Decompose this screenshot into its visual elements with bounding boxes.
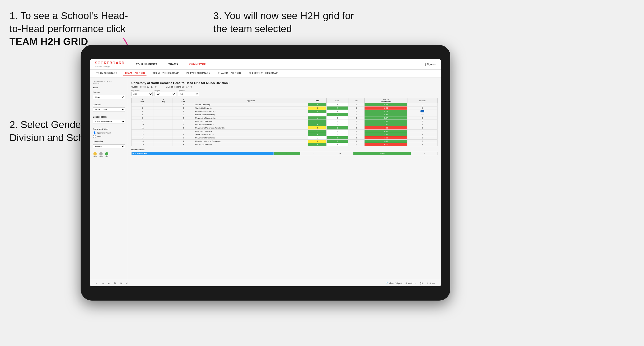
- comment-btn[interactable]: 💬: [419, 282, 424, 285]
- subnav-player-summary[interactable]: PLAYER SUMMARY: [185, 71, 212, 76]
- cell-reg: [154, 136, 173, 140]
- cell-reg: [154, 103, 173, 107]
- opponents-select[interactable]: (All): [131, 92, 153, 96]
- back-btn[interactable]: ↩: [107, 282, 111, 285]
- region-select[interactable]: (All): [154, 92, 176, 96]
- subnav-player-h2h-grid[interactable]: PLAYER H2H GRID: [216, 71, 242, 76]
- opponent-filter: Opponent (All): [178, 90, 199, 96]
- cell-loss: 2: [326, 136, 348, 140]
- share-btn[interactable]: ⬆ Share: [426, 282, 436, 285]
- cell-win: 3: [308, 143, 326, 146]
- legend-down-label: Down: [93, 156, 97, 158]
- sidebar: Last Updated: 27/03/2024 16:55:38 Team G…: [90, 78, 128, 280]
- cell-diff: 9.00: [364, 120, 408, 123]
- cell-rounds: 9: [408, 133, 438, 136]
- subnav-player-h2h-heatmap[interactable]: PLAYER H2H HEATMAP: [247, 71, 279, 76]
- cell-diff: -1.00: [364, 136, 408, 140]
- subnav-team-h2h-heatmap[interactable]: TEAM H2H HEATMAP: [151, 71, 180, 76]
- redo-btn[interactable]: ↪: [101, 282, 105, 285]
- cell-conf: 2: [173, 107, 194, 110]
- table-row: 14 2 University of Oklahoma 1 2 0 -1.00 …: [132, 136, 438, 140]
- cell-win: 1: [308, 130, 326, 133]
- subnav-team-h2h-grid[interactable]: TEAM H2H GRID: [123, 71, 146, 76]
- cell-opponent: University of Washington: [194, 116, 308, 120]
- step3-annotation: 3. You will now see H2H grid for the tea…: [213, 9, 356, 35]
- cell-reg: [154, 126, 173, 130]
- cell-loss: 0: [326, 120, 348, 123]
- nav-committee[interactable]: COMMITTEE: [187, 62, 208, 67]
- clock-btn[interactable]: ⏱: [125, 282, 129, 285]
- copy-btn[interactable]: ⧉: [113, 281, 116, 285]
- cell-loss: 4: [326, 107, 348, 110]
- cell-reg: [154, 130, 173, 133]
- watch-btn[interactable]: 👁 Watch ▾: [404, 282, 417, 285]
- cell-loss: 5: [326, 140, 348, 143]
- radio-group: Opponents Played Top 100: [93, 131, 125, 138]
- cell-rounds: 17: [408, 110, 438, 113]
- table-row: 4 1 Arizona State University 5 1 0 2.29 …: [132, 110, 438, 113]
- nav-tournaments[interactable]: TOURNAMENTS: [134, 62, 160, 67]
- radio-opponents[interactable]: Opponents Played: [93, 131, 125, 134]
- th-reg: #Reg: [154, 98, 173, 103]
- cell-reg: [154, 116, 173, 120]
- cell-opponent: University of Florida: [194, 143, 308, 146]
- cell-win: 0: [308, 140, 326, 143]
- filters-row: Opponents: (All) Region (All) Opponent: [131, 90, 438, 96]
- cell-diff: 4.50: [364, 140, 408, 143]
- cell-loss: 0: [326, 133, 348, 136]
- cell-reg: [154, 143, 173, 146]
- division-record: Division Record: 88 - 17 - 0: [166, 86, 192, 88]
- cell-tie: 0: [348, 107, 364, 110]
- cell-rounds: 3: [408, 130, 438, 133]
- cell-diff: 2.29: [364, 110, 408, 113]
- cell-rank: 14: [132, 136, 154, 140]
- gender-select[interactable]: Men's: [93, 95, 125, 99]
- division-select[interactable]: NCAA Division I: [93, 107, 125, 112]
- cell-diff: 3.67: [364, 116, 408, 120]
- step1-annotation: 1. To see a School's Head-to-Head perfor…: [10, 9, 128, 48]
- colour-by-label: Colour by: [93, 140, 125, 143]
- overall-record: Overall Record: 89 - 17 - 0: [131, 86, 156, 88]
- cell-diff: 2.33: [364, 130, 408, 133]
- colour-by-select[interactable]: Win/loss: [93, 144, 125, 148]
- table-row: 2 1 Auburn University 2 1 0 1.67 9: [132, 103, 438, 107]
- cell-conf: 2: [173, 116, 194, 120]
- ood-diff: 26.00: [354, 152, 411, 155]
- school-label: School (Rank): [93, 116, 125, 118]
- th-win: Win: [308, 98, 326, 103]
- radio-top100[interactable]: Top 100: [93, 135, 125, 138]
- nav-sign-out[interactable]: | Sign out: [425, 63, 436, 66]
- cell-rank: 6: [132, 113, 154, 116]
- cell-opponent: Texas Tech University: [194, 133, 308, 136]
- cell-diff: 1.83: [364, 113, 408, 116]
- bottom-toolbar: ↩ ↪ ↩ ⧉ ⊞ ⏱ 📄 View: Original 👁 Watch ▾ 💬…: [90, 280, 441, 286]
- cell-conf: 2: [173, 136, 194, 140]
- nav-teams[interactable]: TEAMS: [166, 62, 180, 67]
- out-of-division-label: Out of division: [131, 149, 438, 151]
- cell-rank: 13: [132, 133, 154, 136]
- cell-tie: 0: [348, 140, 364, 143]
- cell-loss: 1: [326, 103, 348, 107]
- cell-diff: -6.42: [364, 143, 408, 146]
- paste-btn[interactable]: ⊞: [119, 282, 123, 285]
- cell-conf: 3: [173, 130, 194, 133]
- ood-rounds: 3: [411, 152, 437, 155]
- cell-opponent: University of Oklahoma: [194, 136, 308, 140]
- cell-rank: 4: [132, 110, 154, 113]
- subnav-team-summary[interactable]: TEAM SUMMARY: [95, 71, 118, 76]
- out-of-division-row: NCAA Division II 1 0 0 26.00 3: [132, 152, 438, 155]
- th-opponent: Opponent: [194, 98, 308, 103]
- cell-rank: 10: [132, 123, 154, 126]
- opponent-select[interactable]: (All): [178, 92, 199, 96]
- cell-conf: 1: [173, 110, 194, 113]
- legend-dot-level: [99, 152, 103, 156]
- cell-loss: 1: [326, 110, 348, 113]
- logo-area: SCOREBOARD Powered by clippd: [95, 61, 125, 67]
- cell-conf: 3: [173, 143, 194, 146]
- school-select[interactable]: 1. University of Nort...: [93, 120, 125, 124]
- cell-conf: 5: [173, 123, 194, 126]
- undo-btn[interactable]: ↩: [95, 282, 98, 285]
- cell-opponent: University of Virginia: [194, 130, 308, 133]
- cell-rank: 9: [132, 120, 154, 123]
- records-row: Overall Record: 89 - 17 - 0 Division Rec…: [131, 86, 438, 88]
